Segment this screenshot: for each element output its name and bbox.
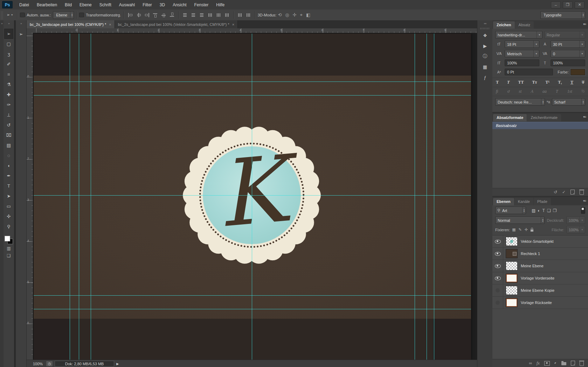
visibility-toggle[interactable] bbox=[492, 235, 503, 247]
tool-gradient[interactable]: ▤ bbox=[4, 140, 13, 150]
tab-zeichen[interactable]: Zeichen bbox=[493, 21, 515, 29]
opentype-swash[interactable]: A bbox=[531, 89, 533, 94]
layer-Vorlage Vorderseite[interactable]: Vorlage Vorderseite bbox=[492, 272, 588, 284]
icon-filter-shape-layers[interactable]: ❏ bbox=[547, 208, 551, 213]
layer-thumbnail[interactable] bbox=[506, 261, 518, 270]
collapsed-panel-layer-comps[interactable]: ❖ bbox=[480, 31, 490, 40]
document-size-field[interactable]: Dok: 2,80 MB/6,53 MB bbox=[55, 361, 114, 367]
language-dropdown[interactable]: Deutsch: neue Re... ▴▾ bbox=[495, 98, 545, 106]
layer-thumbnail[interactable] bbox=[506, 298, 518, 307]
anti-alias-dropdown[interactable]: Scharf ▴▾ bbox=[552, 98, 586, 106]
menu-item[interactable]: Ebene bbox=[76, 0, 96, 9]
window-button-restore[interactable]: ❐ bbox=[563, 1, 573, 8]
collapsed-panel-icon[interactable]: ➢ bbox=[16, 31, 26, 37]
font-size-dropdown[interactable]: 18 Pt ▾ bbox=[505, 41, 539, 48]
tab-zeichenformate[interactable]: Zeichenformate bbox=[527, 114, 561, 121]
layer-name[interactable]: Vorlage Rückseite bbox=[521, 301, 552, 305]
styles-delete-style[interactable] bbox=[580, 190, 584, 195]
style-small-caps[interactable]: Tᴛ bbox=[532, 80, 537, 85]
layer-thumbnail[interactable] bbox=[506, 237, 518, 246]
vertical-scale-field[interactable]: 100% bbox=[505, 59, 539, 66]
tab-ebenen[interactable]: Ebenen bbox=[493, 198, 514, 205]
menu-item[interactable]: Fenster bbox=[191, 0, 213, 9]
opentype-fractions[interactable]: ½ bbox=[581, 89, 584, 94]
layers-new-group[interactable] bbox=[561, 361, 566, 365]
tab-absatz[interactable]: Absatz bbox=[515, 21, 534, 29]
tool-dodge[interactable]: ◖ bbox=[4, 161, 13, 171]
opacity-dropdown[interactable]: 100% ▾ bbox=[566, 217, 585, 224]
align-left-edges-icon[interactable] bbox=[127, 13, 133, 17]
distribute-left-icon[interactable] bbox=[208, 13, 213, 17]
canvas[interactable]: K bbox=[33, 33, 477, 360]
tool-eraser[interactable]: ⌧ bbox=[4, 130, 13, 140]
tool-history-brush[interactable]: ↺ bbox=[4, 120, 13, 130]
tool-eyedropper[interactable]: ⚗ bbox=[4, 79, 13, 90]
opentype-titling-alternates[interactable]: T bbox=[556, 89, 558, 94]
layer-name[interactable]: Meine Ebene bbox=[521, 264, 544, 268]
panel-menu-icon[interactable]: ▾≡ bbox=[583, 115, 586, 119]
tool-blur[interactable]: ◌ bbox=[4, 150, 13, 161]
font-style-dropdown[interactable]: Regular ▾ bbox=[544, 31, 585, 38]
fill-dropdown[interactable]: 100% ▾ bbox=[566, 226, 585, 233]
visibility-toggle[interactable] bbox=[492, 297, 503, 309]
layer-thumbnail[interactable] bbox=[506, 274, 518, 283]
align-v-centers-icon[interactable] bbox=[161, 13, 167, 17]
text-color-swatch[interactable] bbox=[570, 69, 585, 75]
tool-zoom[interactable]: ⚲ bbox=[4, 221, 13, 232]
layers-add-layer-mask[interactable] bbox=[544, 361, 550, 366]
font-family-dropdown[interactable]: handwriting-dr... ▾ bbox=[495, 31, 542, 38]
icon-3d-scale[interactable]: ◧ bbox=[306, 12, 310, 17]
horizontal-scale-field[interactable]: 100% bbox=[551, 59, 585, 66]
menu-item[interactable]: Bild bbox=[61, 0, 76, 9]
icon-lock-position[interactable]: ✢ bbox=[525, 227, 528, 232]
transform-controls-checkbox[interactable] bbox=[79, 13, 84, 17]
workspace-switcher[interactable]: Typografie ▴▾ bbox=[540, 11, 585, 19]
collapsed-panel-styles-fx[interactable]: ƒ bbox=[480, 73, 490, 82]
close-icon[interactable]: × bbox=[109, 22, 111, 27]
icon-3d-slide[interactable]: ⌖ bbox=[300, 12, 303, 18]
close-icon[interactable]: × bbox=[232, 22, 234, 27]
filter-type-dropdown[interactable]: ⚲ Art ▴▾ bbox=[495, 207, 526, 214]
icon-3d-roll[interactable]: ◎ bbox=[285, 12, 289, 17]
visibility-toggle[interactable] bbox=[492, 248, 503, 260]
layer-Meine Ebene Kopie[interactable]: Meine Ebene Kopie bbox=[492, 284, 588, 297]
visibility-toggle[interactable] bbox=[492, 272, 503, 284]
styles-new-style[interactable] bbox=[570, 190, 575, 195]
panel-menu-icon[interactable]: ▾≡ bbox=[583, 199, 586, 203]
tool-pen[interactable]: ✒ bbox=[4, 171, 13, 181]
auto-select-checkbox[interactable] bbox=[20, 13, 25, 17]
tool-crop[interactable]: ⌗ bbox=[4, 69, 13, 79]
collapsed-panel-actions[interactable]: ▶ bbox=[480, 41, 490, 50]
icon-filter-adjustment-layers[interactable]: ◐ bbox=[538, 208, 540, 213]
icon-filter-type-layers[interactable]: T bbox=[542, 208, 545, 213]
opentype-ligatures[interactable]: fi bbox=[496, 89, 498, 94]
icon-filter-pixel-layers[interactable]: ▨ bbox=[532, 208, 535, 213]
window-button-close[interactable]: ✕ bbox=[575, 1, 584, 8]
align-h-centers-icon[interactable] bbox=[136, 13, 141, 17]
tool-hand[interactable]: ✣ bbox=[4, 211, 13, 221]
menu-item[interactable]: Hilfe bbox=[212, 0, 228, 9]
style-underline[interactable]: T bbox=[570, 80, 573, 85]
vertical-ruler[interactable]: 0123456 bbox=[27, 33, 33, 360]
toolbar-screen-mode[interactable]: ❏ bbox=[7, 254, 11, 258]
visibility-toggle[interactable] bbox=[492, 284, 503, 296]
styles-commit-style[interactable]: ✓ bbox=[562, 190, 566, 194]
distribute-v-centers-icon[interactable] bbox=[191, 13, 196, 17]
panel-menu-icon[interactable]: ▾≡ bbox=[583, 22, 586, 26]
distribute-right-icon[interactable] bbox=[224, 13, 230, 17]
opentype-discretionary-ligatures[interactable]: st bbox=[519, 89, 521, 94]
styles-reset-style[interactable]: ↺ bbox=[554, 190, 557, 194]
tool-quick-selection[interactable]: ✐ bbox=[4, 59, 13, 69]
layer-name[interactable]: Vektor-Smartobjekt bbox=[521, 239, 554, 244]
tool-brush[interactable]: ✑ bbox=[4, 100, 13, 110]
icon-3d-drag[interactable]: ✢ bbox=[293, 12, 297, 17]
visibility-toggle[interactable] bbox=[492, 260, 503, 272]
style-superscript[interactable]: T¹ bbox=[546, 80, 550, 85]
toolbar-quick-mask[interactable]: ▥ bbox=[7, 246, 11, 250]
menu-item[interactable]: Datei bbox=[15, 0, 33, 9]
document-tab[interactable]: bc_2s_landscape.psd bei 100% (Vektor-Sma… bbox=[115, 20, 238, 28]
tool-healing-brush[interactable]: ✚ bbox=[4, 90, 13, 100]
baseline-shift-field[interactable]: 0 Pt bbox=[505, 69, 553, 76]
window-button-minimize[interactable]: – bbox=[551, 1, 561, 8]
distribute-h-centers-icon[interactable] bbox=[216, 13, 222, 17]
